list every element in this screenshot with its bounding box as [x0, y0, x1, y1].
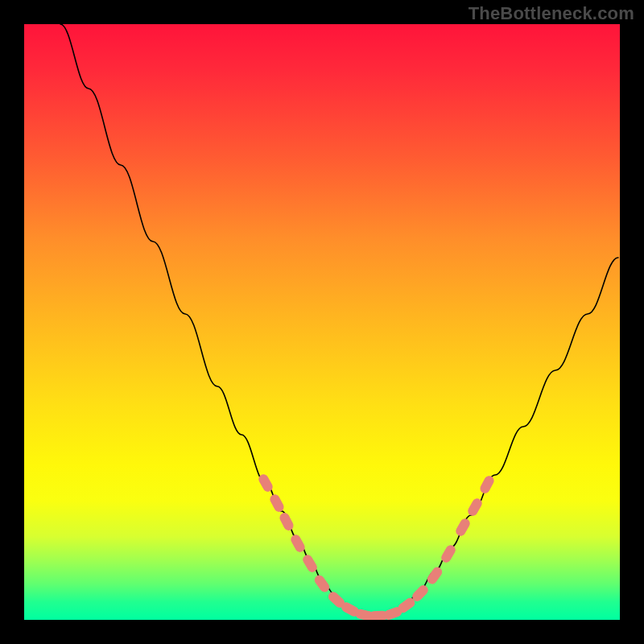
marker-lozenge	[467, 497, 483, 518]
marker-lozenge	[302, 554, 319, 574]
curve-right-branch	[370, 258, 618, 617]
curve-svg	[24, 24, 620, 620]
marker-lozenge	[426, 566, 444, 585]
marker-lozenge	[290, 534, 306, 554]
marker-lozenge	[279, 512, 295, 532]
marker-lozenge	[455, 518, 471, 538]
watermark-text: TheBottleneck.com	[469, 3, 634, 24]
marker-lozenge	[479, 475, 495, 495]
chart-frame: TheBottleneck.com	[0, 0, 644, 644]
marker-lozenge	[313, 574, 331, 593]
marker-lozenge	[269, 493, 285, 514]
plot-area	[24, 24, 620, 620]
curve-left-branch	[60, 24, 370, 617]
marker-group	[258, 473, 495, 620]
marker-lozenge	[440, 544, 457, 564]
marker-lozenge	[258, 473, 274, 493]
